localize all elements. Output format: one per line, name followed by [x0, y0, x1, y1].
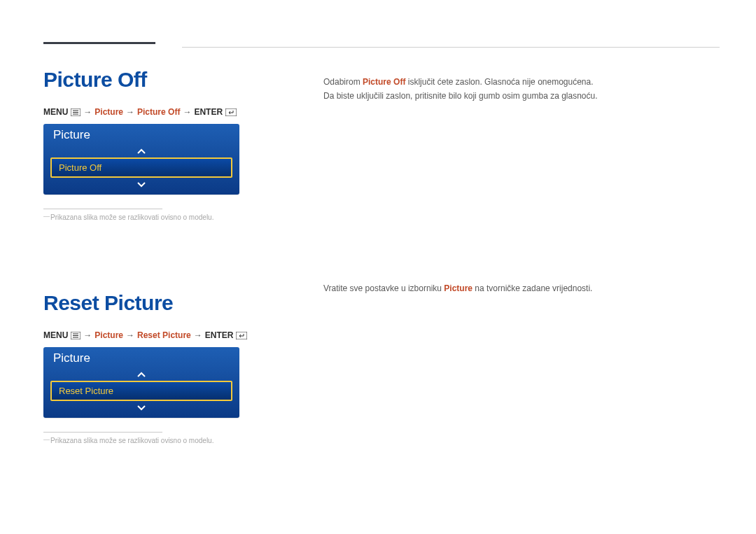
arrow-icon: →: [83, 330, 92, 340]
body-text: Vratite sve postavke u izborniku: [323, 283, 444, 293]
breadcrumb-step1: Picture: [94, 330, 123, 340]
header-accent-bar: [43, 42, 155, 44]
menu-icon: [71, 108, 80, 116]
osd-selected-item[interactable]: Picture Off: [50, 157, 232, 178]
section-body-picture-off: Odabirom Picture Off isključit ćete zasl…: [323, 47, 721, 104]
osd-panel-picture-off: Picture Picture Off: [43, 124, 239, 195]
breadcrumb-enter-label: ENTER: [194, 107, 223, 117]
breadcrumb-reset-picture: MENU → Picture → Reset Picture → ENTER: [43, 330, 281, 340]
section-body-reset-picture: Vratite sve postavke u izborniku Picture…: [323, 270, 721, 295]
osd-panel-reset-picture: Picture Reset Picture: [43, 347, 239, 418]
body-text: isključit ćete zaslon. Glasnoća nije one…: [405, 77, 593, 87]
breadcrumb-picture-off: MENU → Picture → Picture Off → ENTER: [43, 107, 281, 117]
model-disclaimer: Prikazana slika može se razlikovati ovis…: [43, 437, 281, 444]
section-title-picture-off: Picture Off: [43, 68, 281, 92]
chevron-up-icon[interactable]: [43, 145, 239, 157]
arrow-icon: →: [126, 330, 134, 340]
caption-separator: [43, 209, 162, 209]
chevron-down-icon[interactable]: [43, 178, 239, 190]
arrow-icon: →: [183, 107, 191, 117]
body-highlight: Picture Off: [363, 77, 405, 87]
model-disclaimer: Prikazana slika može se razlikovati ovis…: [43, 213, 281, 221]
breadcrumb-step2: Reset Picture: [137, 330, 191, 340]
menu-icon: [71, 332, 80, 339]
breadcrumb-step2: Picture Off: [137, 107, 180, 117]
enter-icon: [225, 108, 237, 116]
breadcrumb-step1: Picture: [94, 107, 123, 117]
enter-icon: [236, 332, 247, 339]
body-text: na tvorničke zadane vrijednosti.: [472, 283, 592, 293]
osd-selected-item[interactable]: Reset Picture: [50, 381, 232, 401]
breadcrumb-menu-label: MENU: [43, 330, 68, 340]
chevron-up-icon[interactable]: [43, 368, 239, 381]
breadcrumb-menu-label: MENU: [43, 107, 68, 117]
breadcrumb-enter-label: ENTER: [205, 330, 234, 340]
body-highlight: Picture: [444, 283, 472, 293]
caption-separator: [43, 432, 162, 433]
osd-title: Picture: [43, 347, 239, 368]
header-rule: [182, 47, 720, 48]
osd-title: Picture: [43, 124, 239, 145]
body-text: Da biste uključili zaslon, pritisnite bi…: [323, 89, 721, 103]
section-title-reset-picture: Reset Picture: [43, 291, 281, 315]
chevron-down-icon[interactable]: [43, 401, 239, 414]
arrow-icon: →: [83, 107, 92, 117]
arrow-icon: →: [194, 330, 202, 340]
body-text: Odabirom: [323, 77, 363, 87]
arrow-icon: →: [126, 107, 134, 117]
